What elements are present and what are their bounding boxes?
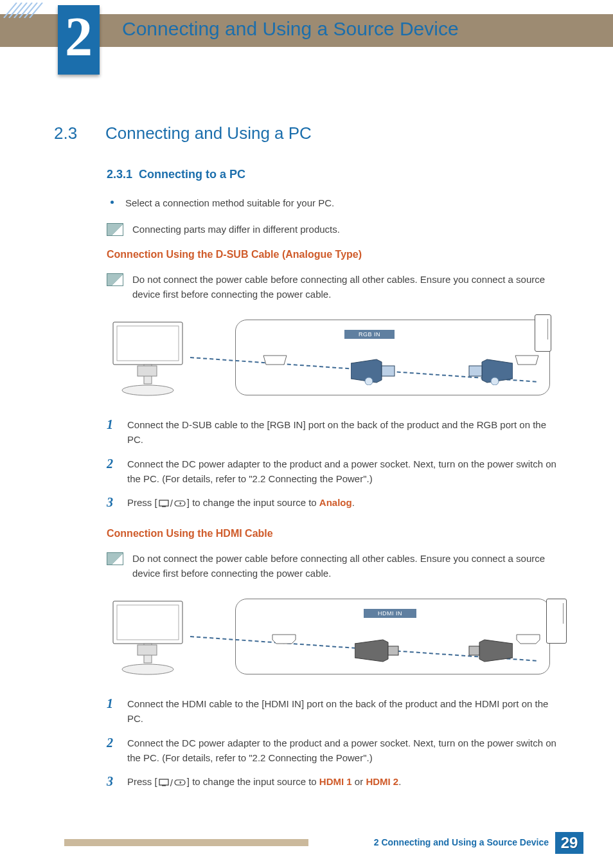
source-name: HDMI 1 (319, 776, 352, 787)
step-row: 3 Press [/] to change the input source t… (107, 774, 564, 790)
svg-rect-28 (388, 646, 398, 655)
step-row: 3 Press [/] to change the input source t… (107, 495, 564, 511)
svg-rect-12 (382, 366, 395, 376)
dsub-heading: Connection Using the D-SUB Cable (Analog… (107, 249, 564, 260)
note-icon (107, 273, 123, 286)
text-fragment: . (352, 497, 355, 508)
hdmi-connector-icon (355, 638, 401, 667)
port-icon (513, 353, 541, 367)
svg-rect-19 (159, 500, 168, 506)
step-row: 1 Connect the HDMI cable to the [HDMI IN… (107, 696, 564, 727)
bullet-text: Select a connection method suitable for … (125, 195, 334, 210)
source-button-icon: / (157, 775, 187, 790)
dsub-connector-icon (466, 357, 513, 385)
page-number: 29 (555, 832, 583, 854)
source-name: Analog (319, 497, 352, 508)
subsection-heading: 2.3.1 Connecting to a PC (107, 168, 564, 181)
monitor-icon (109, 318, 186, 399)
source-name: HDMI 2 (366, 776, 398, 787)
section-heading: 2.3 Connecting and Using a PC (54, 123, 564, 143)
hatch-decoration (0, 3, 48, 18)
text-fragment: or (352, 776, 366, 787)
step-text: Connect the D-SUB cable to the [RGB IN] … (127, 417, 564, 448)
step-text: Connect the HDMI cable to the [HDMI IN] … (127, 696, 564, 727)
note-row: Do not connect the power cable before co… (107, 551, 564, 581)
footer: 2 Connecting and Using a Source Device 2… (0, 832, 613, 854)
svg-marker-31 (272, 635, 296, 644)
svg-marker-17 (263, 356, 287, 365)
note-text: Do not connect the power cable before co… (132, 551, 564, 581)
dsub-connector-icon (351, 357, 397, 385)
text-fragment: ] to change the input source to (187, 497, 319, 508)
svg-rect-34 (162, 785, 166, 786)
pc-tower-icon (546, 599, 567, 644)
step-row: 2 Connect the DC power adapter to the pr… (107, 736, 564, 766)
footer-chapter: 2 Connecting and Using a Source Device (374, 837, 549, 847)
note-text: Do not connect the power cable before co… (132, 272, 564, 302)
svg-rect-26 (138, 645, 157, 655)
svg-point-25 (122, 664, 173, 674)
svg-rect-6 (113, 322, 182, 365)
note-text: Connecting parts may differ in different… (132, 222, 340, 237)
svg-marker-32 (517, 635, 540, 644)
chapter-title: Connecting and Using a Source Device (122, 18, 459, 40)
text-fragment: Press [ (127, 776, 157, 787)
step-number: 1 (107, 696, 117, 711)
svg-marker-29 (479, 640, 513, 662)
footer-decor (64, 839, 308, 846)
source-button-icon: / (157, 496, 187, 511)
bullet-icon (111, 201, 114, 204)
subsection-title: Connecting to a PC (139, 168, 245, 181)
port-icon (515, 633, 541, 645)
step-row: 1 Connect the D-SUB cable to the [RGB IN… (107, 417, 564, 448)
step-text: Connect the DC power adapter to the prod… (127, 457, 564, 487)
port-icon (261, 353, 289, 367)
hdmi-illustration: HDMI IN (107, 592, 556, 682)
note-row: Connecting parts may differ in different… (107, 222, 564, 237)
section-number: 2.3 (54, 123, 86, 143)
note-row: Do not connect the power cable before co… (107, 272, 564, 302)
note-icon (107, 552, 123, 565)
hdmi-connector-icon (466, 638, 513, 667)
text-fragment: ] to change the input source to (187, 776, 319, 787)
step-number: 3 (107, 774, 117, 789)
step-number: 2 (107, 457, 117, 471)
hdmi-heading: Connection Using the HDMI Cable (107, 528, 564, 539)
subsection-number: 2.3.1 (107, 168, 132, 181)
svg-rect-33 (159, 779, 168, 785)
port-label: RGB IN (344, 330, 395, 339)
step-text: Press [/] to change the input source to … (127, 495, 355, 511)
svg-rect-30 (469, 646, 479, 655)
section-title: Connecting and Using a PC (105, 123, 312, 143)
text-fragment: Press [ (127, 497, 157, 508)
note-icon (107, 223, 123, 236)
chapter-number: 2 (58, 5, 100, 64)
step-number: 3 (107, 495, 117, 510)
step-text: Press [/] to change the input source to … (127, 774, 401, 790)
monitor-icon (109, 597, 186, 678)
port-label: HDMI IN (364, 609, 416, 618)
svg-rect-22 (113, 601, 182, 644)
step-number: 1 (107, 417, 117, 432)
dsub-illustration: RGB IN (107, 313, 556, 403)
svg-marker-27 (355, 640, 388, 662)
chapter-badge: 2 (58, 5, 100, 75)
svg-rect-20 (162, 506, 166, 507)
port-icon (271, 633, 297, 645)
svg-point-13 (365, 377, 373, 385)
text-fragment: . (398, 776, 401, 787)
svg-rect-10 (138, 366, 157, 376)
svg-marker-18 (515, 356, 538, 365)
svg-rect-15 (469, 366, 482, 376)
step-row: 2 Connect the DC power adapter to the pr… (107, 457, 564, 487)
svg-point-9 (122, 385, 173, 395)
step-text: Connect the DC power adapter to the prod… (127, 736, 564, 766)
step-number: 2 (107, 736, 117, 750)
bullet-item: Select a connection method suitable for … (107, 195, 564, 210)
svg-point-16 (491, 377, 499, 385)
pc-tower-icon (535, 314, 551, 352)
